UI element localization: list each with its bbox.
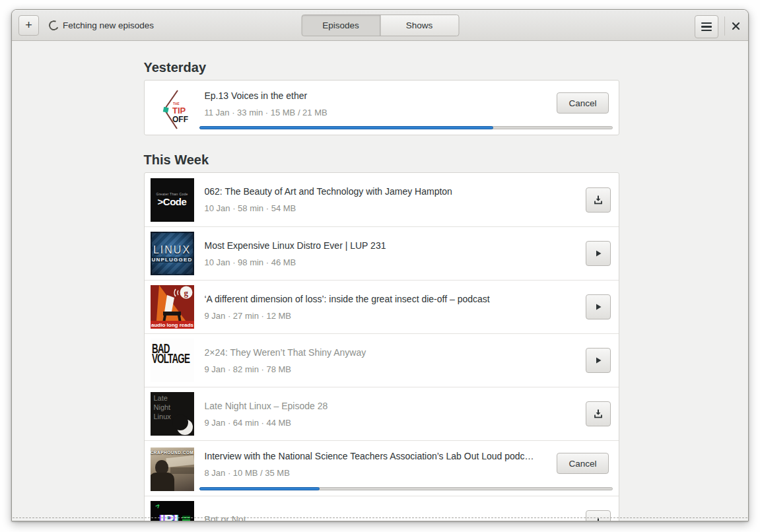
- episode-title: 062: The Beauty of Art and Technology wi…: [205, 186, 547, 197]
- menu-button[interactable]: [695, 15, 718, 38]
- episode-row-bad-voltage[interactable]: BAD VOLTAGE 2×24: They Weren’t That Shin…: [145, 333, 619, 387]
- tab-shows[interactable]: Shows: [380, 15, 459, 36]
- podcast-cover-craphound: CRAPHOUND.COM: [151, 448, 194, 491]
- headerbar-separator: [724, 17, 725, 36]
- logo-text: Late: [154, 394, 194, 403]
- episode-row-craphound[interactable]: CRAPHOUND.COM Interview with the Nationa…: [145, 440, 619, 496]
- logo-text: >Code: [151, 196, 194, 207]
- podcast-cover-bad-voltage: BAD VOLTAGE: [151, 339, 194, 382]
- episode-row-greater-than-code[interactable]: Greater Than Code >Code 062: The Beauty …: [145, 173, 619, 226]
- episode-meta: 10 Jan · 98 min · 46 MB: [205, 257, 547, 267]
- close-icon: [732, 22, 740, 30]
- download-progressbar: [199, 487, 613, 490]
- logo-text: CRAPHOUND.COM: [151, 450, 194, 455]
- scroll-undershoot-indicator: [13, 517, 747, 518]
- episode-title: Most Expensive Linux Distro Ever | LUP 2…: [205, 240, 547, 251]
- episode-row-linux-unplugged[interactable]: LINUX UNPLUGGED Most Expensive Linux Dis…: [145, 226, 619, 280]
- episode-meta: 10 Jan · 58 min · 54 MB: [205, 203, 547, 213]
- logo-text: LINUX: [153, 244, 191, 256]
- play-icon: [593, 248, 604, 259]
- play-icon: [593, 302, 604, 312]
- logo-art: [166, 455, 194, 467]
- podcast-cover-audio-long-reads: g audio long reads: [151, 285, 194, 329]
- logo-art: [182, 515, 190, 521]
- add-podcast-button[interactable]: +: [18, 15, 39, 36]
- play-button[interactable]: [586, 294, 611, 319]
- logo-text: Greater Than Code: [151, 192, 194, 196]
- close-button[interactable]: [727, 17, 744, 34]
- podcast-cover-late-night-linux: Late Night Linux: [151, 392, 194, 436]
- logo-text: g: [184, 288, 188, 298]
- logo-text: OFF: [172, 115, 188, 124]
- cancel-download-button[interactable]: Cancel: [557, 453, 608, 474]
- episode-title: Ep.13 Voices in the ether: [205, 90, 547, 101]
- logo-art: [170, 467, 194, 474]
- section-heading-yesterday: Yesterday: [144, 60, 619, 75]
- podcast-cover-the-tip-off: THE TIP OFF: [151, 87, 194, 131]
- tab-episodes[interactable]: Episodes: [301, 15, 380, 36]
- logo-text: UNPLUGGED: [151, 257, 194, 263]
- logo-text: >: [153, 502, 161, 510]
- logo-text: VOLTAGE: [152, 352, 186, 365]
- download-button[interactable]: [586, 187, 611, 213]
- status-text: Fetching new episodes: [63, 10, 154, 41]
- headerbar: + Fetching new episodes Episodes Shows: [12, 10, 748, 41]
- episode-title: ‘A different dimension of loss’: inside …: [205, 294, 547, 304]
- episode-title: Interview with the National Science Teac…: [205, 451, 547, 461]
- logo-art: [151, 473, 174, 491]
- download-button[interactable]: [586, 510, 611, 521]
- cancel-download-button[interactable]: Cancel: [557, 92, 608, 114]
- episode-row-late-night-linux[interactable]: Late Night Linux Late Night Linux – Epis…: [145, 387, 619, 440]
- app-window: + Fetching new episodes Episodes Shows Y…: [11, 9, 749, 521]
- episode-row-tip-off[interactable]: THE TIP OFF Ep.13 Voices in the ether 11…: [144, 80, 619, 135]
- episode-meta: 11 Jan · 33 min · 15 MB / 21 MB: [205, 108, 547, 117]
- episode-meta: 9 Jan · 82 min · 78 MB: [205, 364, 547, 374]
- download-icon: [593, 195, 604, 205]
- play-icon: [593, 355, 604, 366]
- episode-title: 2×24: They Weren’t That Shiny Anyway: [205, 347, 547, 358]
- moon-icon: [177, 419, 193, 435]
- episode-meta: 9 Jan · 27 min · 12 MB: [205, 311, 547, 321]
- logo-text: TIP: [172, 106, 186, 116]
- podcast-cover-greater-than-code: Greater Than Code >Code: [151, 178, 194, 222]
- episode-meta: 8 Jan · 10 MB / 35 MB: [205, 468, 547, 478]
- play-button[interactable]: [586, 241, 611, 266]
- logo-text: Night: [154, 403, 194, 413]
- loading-spinner-icon: [48, 19, 60, 32]
- download-progressbar: [199, 126, 613, 129]
- podcast-cover-linux-unplugged: LINUX UNPLUGGED: [151, 232, 194, 275]
- episode-title: Late Night Linux – Episode 28: [205, 401, 547, 411]
- play-button[interactable]: [586, 348, 611, 373]
- section-heading-this-week: This Week: [144, 152, 619, 168]
- episode-list-scroll-area[interactable]: Yesterday THE TIP OFF Ep.13 Voices in th…: [12, 41, 748, 521]
- logo-text: audio long reads: [151, 322, 193, 328]
- logo-text: IRL: [160, 512, 183, 521]
- hamburger-icon: [701, 20, 712, 33]
- this-week-list: Greater Than Code >Code 062: The Beauty …: [144, 172, 619, 521]
- episode-meta: 9 Jan · 64 min · 44 MB: [205, 418, 547, 428]
- download-button[interactable]: [586, 401, 611, 426]
- view-switcher: Episodes Shows: [301, 15, 459, 36]
- download-icon: [593, 409, 604, 419]
- episode-row-audio-long-reads[interactable]: g audio long reads ‘A different dimensio…: [145, 280, 619, 333]
